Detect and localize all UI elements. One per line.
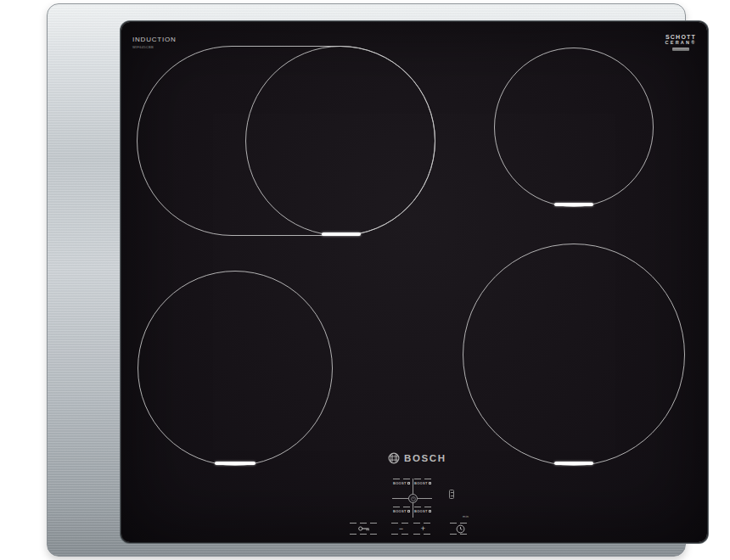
power-level-display-icon — [449, 490, 454, 499]
product-photo: INDUCTION WIF645CBB SCHOTT CERAN® — [0, 0, 730, 560]
boost-key-front-left[interactable]: BOOST — [393, 479, 412, 485]
schott-logo-line1: SCHOTT — [656, 34, 705, 40]
boost-indicator-icon — [429, 510, 431, 512]
timer-button[interactable] — [450, 523, 470, 535]
child-lock-button[interactable] — [350, 523, 379, 535]
timer-min-label: min — [463, 514, 469, 518]
key-icon — [350, 524, 379, 534]
selector-divider-vertical — [413, 479, 413, 518]
schott-logo-line2: CERAN® — [656, 40, 705, 45]
selector-center-clock-icon — [408, 494, 418, 503]
boost-indicator-icon — [429, 482, 431, 484]
touch-dash — [450, 534, 470, 535]
boost-key-rear-left[interactable]: BOOST — [393, 507, 412, 513]
touch-dash — [414, 479, 433, 479]
model-number: WIF645CBB — [132, 45, 154, 49]
clock-icon — [450, 524, 470, 534]
ceran-glass-surface: INDUCTION WIF645CBB SCHOTT CERAN® — [121, 22, 707, 542]
boost-indicator-icon — [407, 510, 410, 512]
zone-marker — [554, 203, 593, 206]
zone-marker — [554, 462, 593, 465]
minus-button[interactable]: − — [391, 523, 411, 535]
boost-label: BOOST — [393, 509, 407, 513]
cooktop-steel-frame: INDUCTION WIF645CBB SCHOTT CERAN® — [47, 3, 686, 557]
schott-logo-badge — [672, 48, 689, 51]
touch-dash — [413, 534, 433, 535]
zone-bottom-left — [138, 271, 333, 466]
zone-marker — [215, 462, 256, 465]
boost-key-front-right[interactable]: BOOST — [414, 479, 433, 485]
boost-indicator-icon — [407, 482, 410, 484]
combi-zone-inner-circle — [245, 46, 435, 236]
boost-label: BOOST — [414, 509, 428, 513]
bosch-symbol-icon — [388, 452, 400, 464]
bosch-logo: BOSCH — [388, 451, 446, 465]
touch-dash — [414, 507, 433, 507]
touch-dash — [350, 534, 379, 535]
zone-top-right — [494, 48, 654, 207]
bosch-wordmark: BOSCH — [404, 453, 446, 463]
touch-dash — [391, 534, 411, 535]
zone-bottom-right — [463, 244, 685, 466]
touch-dash — [393, 507, 412, 507]
boost-label: BOOST — [414, 481, 428, 485]
schott-ceran-logo: SCHOTT CERAN® — [656, 34, 705, 51]
induction-label: INDUCTION — [132, 36, 177, 43]
minus-label: − — [391, 524, 411, 534]
touch-dash — [393, 479, 412, 479]
boost-key-rear-right[interactable]: BOOST — [414, 507, 433, 513]
zone-marker — [322, 232, 361, 236]
selector-divider-horizontal — [392, 498, 432, 499]
plus-label: + — [413, 524, 433, 534]
boost-label: BOOST — [393, 481, 407, 485]
plus-button[interactable]: + — [413, 523, 433, 535]
